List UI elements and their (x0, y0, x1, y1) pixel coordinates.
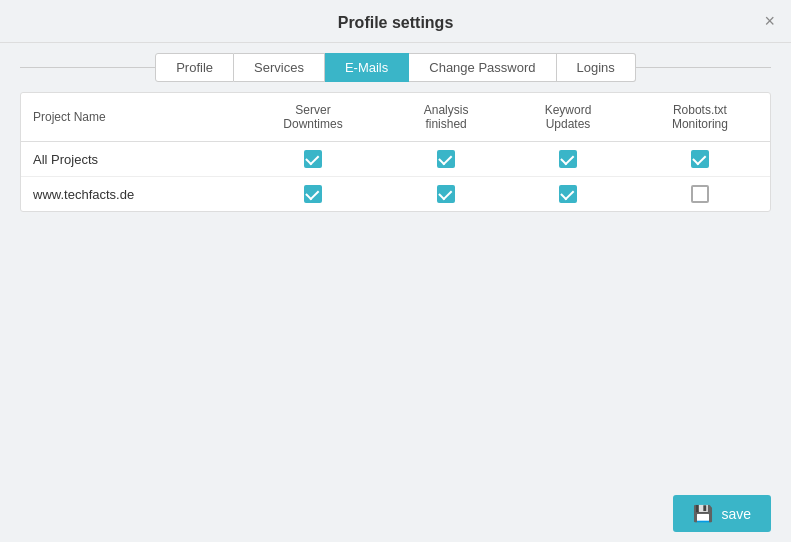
cell-keyword-updates (506, 142, 630, 177)
table-row: www.techfacts.de (21, 177, 770, 212)
cell-keyword-updates (506, 177, 630, 212)
tab-line-left (20, 67, 155, 68)
close-button[interactable]: × (764, 12, 775, 30)
tabs-bar: Profile Services E-Mails Change Password… (0, 43, 791, 92)
col-server-downtimes: Server Downtimes (240, 93, 386, 142)
col-analysis-finished: Analysis finished (386, 93, 506, 142)
email-table: Project Name Server Downtimes Analysis (21, 93, 770, 211)
table-body: All Projectswww.techfacts.de (21, 142, 770, 212)
email-table-container: Project Name Server Downtimes Analysis (20, 92, 771, 212)
cell-analysis-finished (386, 142, 506, 177)
cell-robots-monitoring (630, 142, 770, 177)
col-robots-monitoring: Robots.txt Monitoring (630, 93, 770, 142)
cell-server-downtimes (240, 177, 386, 212)
save-label: save (721, 506, 751, 522)
save-icon: 💾 (693, 504, 713, 523)
cell-project-name: All Projects (21, 142, 240, 177)
cell-robots-monitoring (630, 177, 770, 212)
modal-header: Profile settings × (0, 0, 791, 43)
tab-profile[interactable]: Profile (155, 53, 234, 82)
cell-analysis-finished (386, 177, 506, 212)
tab-logins[interactable]: Logins (557, 53, 636, 82)
checkbox-cell-server-downtimes[interactable] (304, 150, 322, 168)
save-button[interactable]: 💾 save (673, 495, 771, 532)
table-row: All Projects (21, 142, 770, 177)
col-keyword-updates: Keyword Updates (506, 93, 630, 142)
tab-services[interactable]: Services (234, 53, 325, 82)
checkbox-cell-server-downtimes[interactable] (304, 185, 322, 203)
tab-emails[interactable]: E-Mails (325, 53, 409, 82)
modal-body: Project Name Server Downtimes Analysis (0, 92, 791, 485)
tab-change-password[interactable]: Change Password (409, 53, 556, 82)
checkbox-cell-keyword-updates[interactable] (559, 185, 577, 203)
cell-project-name: www.techfacts.de (21, 177, 240, 212)
checkbox-cell-robots-monitoring[interactable] (691, 185, 709, 203)
checkbox-cell-keyword-updates[interactable] (559, 150, 577, 168)
modal: Profile settings × Profile Services E-Ma… (0, 0, 791, 542)
checkbox-cell-robots-monitoring[interactable] (691, 150, 709, 168)
tab-line-right (636, 67, 771, 68)
checkbox-cell-analysis-finished[interactable] (437, 185, 455, 203)
modal-title: Profile settings (338, 14, 454, 32)
cell-server-downtimes (240, 142, 386, 177)
table-header-row: Project Name Server Downtimes Analysis (21, 93, 770, 142)
col-project-name: Project Name (21, 93, 240, 142)
modal-footer: 💾 save (0, 485, 791, 542)
checkbox-cell-analysis-finished[interactable] (437, 150, 455, 168)
